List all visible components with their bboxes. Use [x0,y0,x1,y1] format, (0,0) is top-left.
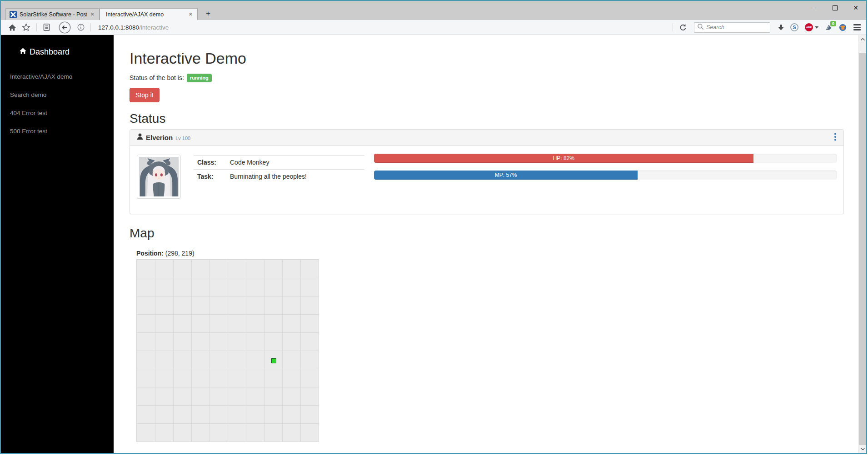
extension-count-badge: 0 [830,21,836,26]
toolbar-separator [90,23,91,31]
tab-strip: SolarStrike Software - Post... ✕ Interac… [1,1,866,20]
browser-toolbar: 127.0.0.1:8080/interactive S ABP 0 [1,20,866,35]
tab-close-icon[interactable]: ✕ [90,11,95,17]
map-section-heading: Map [130,227,858,240]
reload-icon[interactable] [679,24,687,31]
chevron-down-icon [815,26,818,29]
window-controls: — ✕ [803,1,866,15]
table-row: Task: Burninating all the peoples! [194,169,364,183]
class-value: Code Monkey [230,159,269,166]
download-icon[interactable] [778,24,784,31]
character-info-table: Class: Code Monkey Task: Burninating all… [194,155,364,199]
scroll-down-icon[interactable] [859,445,866,453]
status-badge: running [187,74,212,82]
map-section: Position: (298, 219) [136,250,858,442]
counter-extension-icon[interactable]: 0 [825,24,833,31]
hp-bar: HP: 82% [374,154,753,163]
character-level: Lv 100 [175,136,190,141]
toolbar-separator [36,23,37,31]
bot-status-line: Status of the bot is: running [130,73,858,82]
menu-icon[interactable] [853,24,861,30]
avatar-image [139,157,179,196]
player-marker [271,358,276,363]
globe-extension-icon[interactable] [839,24,847,31]
status-text: Status of the bot is: [130,74,184,81]
url-path: /interactive [139,24,169,31]
stat-bars: HP: 82% MP: 57% [374,154,837,199]
tab-title: SolarStrike Software - Post... [20,11,87,18]
site-info-icon[interactable] [77,24,85,31]
main-content: Interactive Demo Status of the bot is: r… [114,35,858,453]
tab-title: Interactive/AJAX demo [106,11,185,18]
mp-bar: MP: 57% [374,171,638,180]
position-line: Position: (298, 219) [136,250,858,257]
sidebar-brand[interactable]: Dashboard [19,47,114,57]
status-section-heading: Status [130,112,858,125]
sidebar-brand-label: Dashboard [30,47,70,57]
tab-solarstrike[interactable]: SolarStrike Software - Post... ✕ [5,8,100,20]
task-value: Burninating all the peoples! [230,173,307,180]
reading-list-icon[interactable] [43,23,50,31]
hp-label: HP: 82% [553,155,574,161]
sidebar-nav: Interactive/AJAX demo Search demo 404 Er… [1,73,114,134]
position-label: Position: [136,250,164,257]
character-panel-body: Class: Code Monkey Task: Burninating all… [130,146,843,214]
kebab-menu-icon[interactable] [834,133,837,143]
vertical-scrollbar[interactable] [858,35,866,453]
character-panel-header: Elverion Lv 100 [130,130,843,146]
s-extension-icon[interactable]: S [790,23,798,31]
home-icon [19,47,27,57]
scroll-up-icon[interactable] [859,35,866,43]
task-label: Task: [197,173,230,180]
close-button[interactable]: ✕ [845,1,866,15]
bookmark-star-icon[interactable] [22,23,30,31]
home-icon[interactable] [8,24,16,31]
search-icon [697,23,704,32]
character-panel: Elverion Lv 100 [130,129,844,214]
solarstrike-favicon-icon [10,11,17,18]
tab-close-icon[interactable]: ✕ [188,11,194,17]
scrollbar-thumb[interactable] [859,53,866,445]
map-grid[interactable] [136,259,319,442]
mp-label: MP: 57% [495,172,517,178]
tab-interactive-demo[interactable]: Interactive/AJAX demo ✕ [100,8,198,20]
new-tab-button[interactable]: + [203,9,214,19]
back-button-icon[interactable] [59,21,71,34]
sidebar-item-404-test[interactable]: 404 Error test [10,110,114,116]
page-title: Interactive Demo [130,50,858,67]
url-bar[interactable]: 127.0.0.1:8080/interactive [98,24,169,31]
url-host: 127.0.0.1:8080 [98,24,139,31]
minimize-button[interactable]: — [803,1,824,15]
user-icon [137,133,143,142]
browser-window: SolarStrike Software - Post... ✕ Interac… [0,0,867,454]
maximize-button[interactable] [824,1,845,15]
toolbar-separator [673,23,673,31]
hp-progress-track: HP: 82% [374,154,837,163]
sidebar: Dashboard Interactive/AJAX demo Search d… [1,35,114,453]
maximize-icon [833,5,838,10]
adblock-plus-icon[interactable]: ABP [805,23,818,31]
sidebar-item-500-test[interactable]: 500 Error test [10,128,114,134]
sidebar-item-search-demo[interactable]: Search demo [10,91,114,98]
search-box[interactable] [694,22,770,33]
stop-button[interactable]: Stop it [130,88,160,102]
mp-progress-track: MP: 57% [374,171,837,180]
character-avatar [137,155,181,199]
character-name: Elverion [146,134,173,141]
search-input[interactable] [706,24,765,30]
sidebar-item-interactive-demo[interactable]: Interactive/AJAX demo [10,73,114,80]
position-value: (298, 219) [165,250,195,257]
class-label: Class: [197,159,230,166]
table-row: Class: Code Monkey [194,155,364,169]
